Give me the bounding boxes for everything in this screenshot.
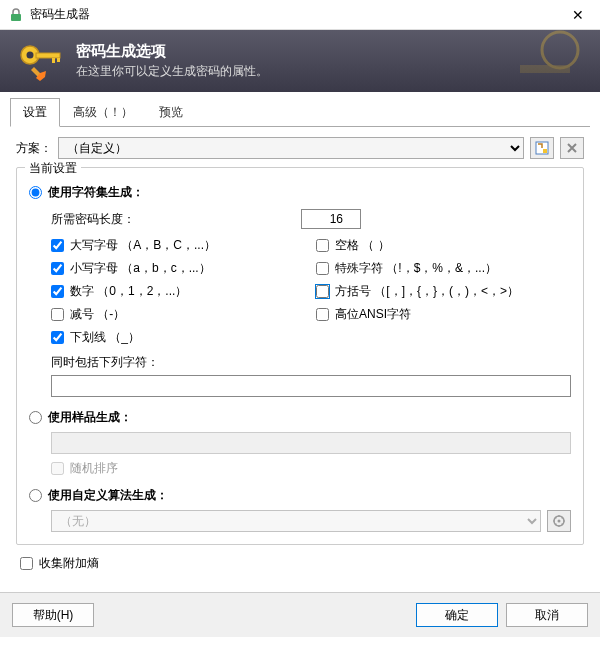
include-input[interactable] xyxy=(51,375,571,397)
pattern-mode-label: 使用样品生成： xyxy=(48,409,132,426)
charset-mode-label: 使用字符集生成： xyxy=(48,184,144,201)
uppercase-checkbox[interactable] xyxy=(51,239,64,252)
length-label: 所需密码长度： xyxy=(51,211,301,228)
minus-label: 减号 （-） xyxy=(70,306,125,323)
tab-preview[interactable]: 预览 xyxy=(146,98,196,126)
svg-rect-3 xyxy=(36,53,60,58)
header-banner: 密码生成选项 在这里你可以定义生成密码的属性。 xyxy=(0,30,600,92)
window-title: 密码生成器 xyxy=(30,6,555,23)
svg-point-7 xyxy=(542,32,578,68)
content-area: 方案： （自定义） 当前设置 使用字符集生成： 所需密码长度： 大写字母 （A，… xyxy=(0,127,600,592)
fieldset-legend: 当前设置 xyxy=(25,160,81,177)
lowercase-checkbox[interactable] xyxy=(51,262,64,275)
svg-rect-4 xyxy=(52,58,55,63)
cancel-button[interactable]: 取消 xyxy=(506,603,588,627)
collect-entropy-checkbox[interactable] xyxy=(20,557,33,570)
close-button[interactable]: ✕ xyxy=(555,0,600,30)
svg-rect-8 xyxy=(520,65,570,73)
key-icon xyxy=(16,37,64,85)
random-perm-label: 随机排序 xyxy=(70,460,118,477)
underscore-checkbox[interactable] xyxy=(51,331,64,344)
scheme-select[interactable]: （自定义） xyxy=(58,137,524,159)
ok-button[interactable]: 确定 xyxy=(416,603,498,627)
digits-label: 数字 （0，1，2，...） xyxy=(70,283,187,300)
delete-scheme-button[interactable] xyxy=(560,137,584,159)
special-label: 特殊字符 （!，$，%，&，...） xyxy=(335,260,497,277)
highansi-label: 高位ANSI字符 xyxy=(335,306,411,323)
tab-settings[interactable]: 设置 xyxy=(10,98,60,127)
tab-bar: 设置 高级（！） 预览 xyxy=(10,98,590,127)
algo-select: （无） xyxy=(51,510,541,532)
collect-entropy-label: 收集附加熵 xyxy=(39,555,99,572)
footer: 帮助(H) 确定 取消 xyxy=(0,592,600,637)
include-label: 同时包括下列字符： xyxy=(51,354,571,371)
highansi-checkbox[interactable] xyxy=(316,308,329,321)
scheme-label: 方案： xyxy=(16,140,52,157)
pattern-input-disabled xyxy=(51,432,571,454)
lock-icon xyxy=(8,7,24,23)
charset-mode-radio[interactable] xyxy=(29,186,42,199)
algo-settings-button[interactable] xyxy=(547,510,571,532)
svg-point-12 xyxy=(558,520,561,523)
space-label: 空格 （ ） xyxy=(335,237,390,254)
algo-mode-radio[interactable] xyxy=(29,489,42,502)
brackets-label: 方括号 （[，]，{，}，(，)，<，>） xyxy=(335,283,519,300)
digits-checkbox[interactable] xyxy=(51,285,64,298)
titlebar: 密码生成器 ✕ xyxy=(0,0,600,30)
svg-point-2 xyxy=(27,52,34,59)
tab-advanced[interactable]: 高级（！） xyxy=(60,98,146,126)
length-input[interactable] xyxy=(301,209,361,229)
header-decoration xyxy=(460,30,600,92)
header-subtitle: 在这里你可以定义生成密码的属性。 xyxy=(76,63,268,80)
minus-checkbox[interactable] xyxy=(51,308,64,321)
svg-rect-5 xyxy=(57,58,60,62)
underscore-label: 下划线 （_） xyxy=(70,329,140,346)
help-button[interactable]: 帮助(H) xyxy=(12,603,94,627)
svg-rect-0 xyxy=(11,14,21,21)
random-perm-checkbox xyxy=(51,462,64,475)
algo-mode-label: 使用自定义算法生成： xyxy=(48,487,168,504)
save-scheme-button[interactable] xyxy=(530,137,554,159)
lowercase-label: 小写字母 （a，b，c，...） xyxy=(70,260,211,277)
uppercase-label: 大写字母 （A，B，C，...） xyxy=(70,237,216,254)
space-checkbox[interactable] xyxy=(316,239,329,252)
brackets-checkbox[interactable] xyxy=(316,285,329,298)
svg-rect-10 xyxy=(543,149,547,153)
pattern-mode-radio[interactable] xyxy=(29,411,42,424)
header-title: 密码生成选项 xyxy=(76,42,268,61)
current-settings-fieldset: 当前设置 使用字符集生成： 所需密码长度： 大写字母 （A，B，C，...） 空… xyxy=(16,167,584,545)
special-checkbox[interactable] xyxy=(316,262,329,275)
